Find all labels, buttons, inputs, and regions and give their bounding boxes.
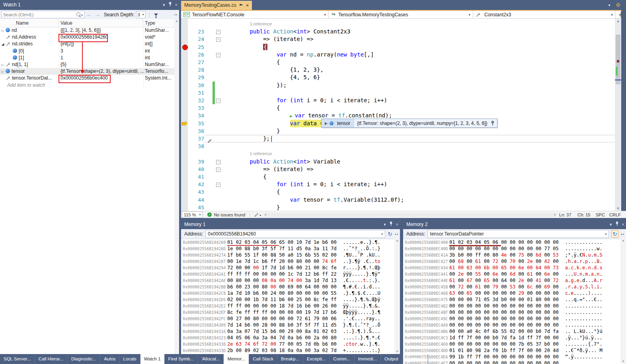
tool-window-tab[interactable]: Locals (120, 354, 140, 364)
datatip-tooltip[interactable]: ▶ tensor {tf.Tensor: shape=(2, 3), dtype… (321, 119, 497, 128)
line-number[interactable]: 31 (188, 89, 204, 97)
expand-icon[interactable]: ▷ (0, 27, 6, 34)
editor-vertical-scrollbar[interactable]: ▲ ▼ (615, 19, 621, 211)
toolbar-overflow-icon[interactable]: ▪▪ (395, 232, 398, 236)
tool-window-tab[interactable]: SQL Server... (0, 354, 35, 364)
code-line[interactable]: 25{ (181, 43, 615, 51)
code-line[interactable]: 38 (181, 142, 615, 150)
memory-row[interactable]: 0x000002556B1943097d 14 b6 00 28 00 88 b… (183, 321, 394, 328)
line-number[interactable]: 32 (188, 97, 204, 104)
tool-window-tab[interactable]: Autos (100, 354, 119, 364)
search-depth-select[interactable]: 3▾ (136, 11, 146, 18)
tool-window-tab[interactable]: Immedi... (355, 354, 381, 364)
memory-row[interactable]: 0x000002556B1942FC00 27 00 80 00 00 00 0… (183, 315, 394, 321)
memory-row[interactable]: 0x000002556B19429472 00 00 00 1f 7d 1d b… (183, 264, 394, 271)
code-line[interactable]: 37};| (181, 135, 615, 142)
pin-icon[interactable] (615, 220, 619, 229)
memory-row[interactable]: 0x000002556B19426001 02 03 04 05 06 65 0… (183, 239, 394, 245)
memory-row[interactable]: 0x000002556B0EC48F00 00 00 00 00 00 00 0… (405, 309, 620, 315)
line-ending-indicator[interactable]: CRLF (609, 212, 624, 217)
memory2-title-bar[interactable]: Memory 2 ▾ × (403, 220, 626, 229)
zoom-select[interactable]: 115 %▾ (182, 211, 203, 218)
line-number[interactable]: 23 (188, 28, 204, 35)
fold-collapse-box[interactable]: − (216, 30, 220, 34)
tool-window-tab[interactable]: Call Hierar... (35, 354, 68, 364)
code-line[interactable]: 24−=> (iterate) => (181, 35, 615, 43)
pin-icon[interactable] (389, 220, 393, 229)
code-line[interactable]: 40−=> (iterate) => (181, 165, 615, 173)
line-number[interactable]: 45 (188, 204, 204, 211)
memory-row[interactable]: 0x000002556B1942A1ff ff ff 00 00 00 00 1… (183, 271, 394, 277)
memory-row[interactable]: 0x000002556B0EC44E61 00 67 00 65 00 64 0… (405, 277, 620, 283)
memory-row[interactable]: 0x000002556B0EC44100 2e 00 55 00 6e 00 6… (405, 271, 620, 277)
expand-icon[interactable]: ▷ (0, 62, 6, 68)
line-number[interactable]: 25 (188, 43, 204, 51)
line-number[interactable]: 37 (188, 135, 204, 142)
tab-pin-icon[interactable] (239, 1, 243, 10)
memory-row[interactable]: 0x000002556B19432304 05 06 0a 3a 04 7d 0… (183, 334, 394, 341)
tool-window-tab[interactable]: Breakp... (277, 354, 303, 364)
memory-row[interactable]: 0x000002556B0EC4F700 00 00 00 00 00 00 0… (405, 360, 620, 364)
collapse-icon[interactable]: ◢ (0, 41, 6, 48)
watch-row[interactable]: ▷nd[1, 1]{5}NumShar... (0, 61, 174, 68)
pin-icon[interactable] (168, 0, 172, 10)
code-line[interactable]: 31 (181, 89, 615, 97)
memory-row[interactable]: 0x000002556B19428700 1e 7d 1c b6 ff 20 0… (183, 258, 394, 264)
memory-row[interactable]: 0x000002556B0EC4C31d ff 7f 00 00 b0 7d f… (405, 334, 620, 341)
memory-row[interactable]: 0x000002556B0EC46863 00 65 00 00 00 00 0… (405, 290, 620, 296)
window-position-icon[interactable]: ▾ (163, 0, 165, 10)
breakpoint-icon[interactable] (182, 45, 188, 50)
tool-window-tab[interactable]: Watch 1 (140, 354, 165, 364)
watch-row[interactable]: ▷nd{[[1, 2, 3], [4, 5, 6]]}NumShar... (0, 27, 174, 34)
code-area[interactable]: 1 reference23−public Action<int> Constan… (181, 19, 615, 211)
fold-collapse-box[interactable]: − (216, 37, 220, 42)
close-icon[interactable]: × (622, 220, 624, 229)
memory-row[interactable]: 0x000002556B1942AE00 80 00 00 08 0a 00 7… (183, 277, 394, 283)
line-number[interactable]: 28 (188, 66, 204, 74)
tool-window-tab[interactable]: Diagnostic... (68, 354, 100, 364)
line-number[interactable]: 38 (188, 142, 204, 150)
run-to-click-icon[interactable]: ▶ (290, 114, 295, 118)
search-next-icon[interactable]: → (95, 12, 100, 18)
line-number[interactable]: 41 (188, 173, 204, 181)
tool-window-tab[interactable]: Find Symb... (165, 354, 198, 364)
memory-row[interactable]: 0x000002556B0EC47500 00 00 71 05 3d b0 0… (405, 296, 620, 302)
column-header-value[interactable]: Value (59, 19, 143, 27)
scrollbar-thumb[interactable] (616, 35, 620, 84)
memory-row[interactable]: 0x000002556B0EC4EA99 1b ff 7f 00 00 00 0… (405, 353, 620, 360)
codelens-references[interactable]: 1 reference (250, 150, 272, 158)
memory-row[interactable]: 0x000002556B1943160a 3a 07 7d 15 b6 00 2… (183, 328, 394, 334)
code-line[interactable]: 44var tensor = tf.Variable(3112.0f); (181, 196, 615, 204)
memory-row[interactable]: 0x000002556B0EC4D000 00 00 00 00 00 00 0… (405, 341, 620, 347)
expand-icon[interactable]: ▷ (0, 68, 6, 75)
watch-row[interactable]: [1]1int (0, 55, 174, 61)
memory-row[interactable]: 0x000002556B0EC43461 00 63 00 6b 00 65 0… (405, 264, 620, 271)
code-line[interactable]: 30}); (181, 82, 615, 89)
memory-row[interactable]: 0x000002556B1942C81a 7d 10 b6 00 24 00 8… (183, 290, 394, 296)
code-line[interactable]: 26−var nd = np.array(new byte[,] (181, 51, 615, 58)
tool-window-tab[interactable]: Comm... (330, 354, 354, 364)
close-icon[interactable]: × (175, 0, 177, 10)
memory-row[interactable]: 0x000002556B0EC40001 02 03 04 05 06 00 0… (405, 239, 620, 245)
memory-row[interactable]: 0x000002556B1942EF8c fe ff ff ff 00 00 0… (183, 309, 394, 315)
memory1-scrollbar[interactable]: ▲▼ (394, 239, 400, 354)
type-dropdown[interactable]: Tensorflow.MemoryTestingCases▾ (329, 11, 473, 18)
memory2-address-input[interactable]: tensor.TensorDataPointer▾ (427, 230, 609, 238)
watch-filter-icon[interactable] (154, 14, 158, 16)
memory-row[interactable]: 0x000002556B0EC42700 68 00 61 00 72 00 7… (405, 258, 620, 264)
memory-row[interactable]: 0x000002556B0EC4B600 00 a0 4c 0f 6b 55 0… (405, 328, 620, 334)
line-number[interactable]: 40 (188, 165, 204, 173)
memory-row[interactable]: 0x000002556B0EC45B00 72 00 61 00 79 00 5… (405, 283, 620, 290)
line-indicator[interactable]: Ln: 37 (559, 212, 577, 217)
fold-collapse-box[interactable]: − (216, 160, 220, 164)
memory-row[interactable]: 0x000002556B1942D502 00 00 1b 7d 11 b6 0… (183, 296, 394, 302)
column-indicator[interactable]: Ch: 15 (577, 212, 596, 217)
line-number[interactable]: 33 (188, 104, 204, 112)
column-header-type[interactable]: Type (143, 19, 174, 27)
memory1-title-bar[interactable]: Memory 1 ▾ × (181, 220, 400, 229)
line-number[interactable]: 39 (188, 158, 204, 165)
memory-row[interactable]: 0x000002556B0EC41A3b b0 00 ff 00 80 4e 0… (405, 251, 620, 258)
gear-icon[interactable]: ⚙ (616, 2, 620, 8)
code-line[interactable]: 36} (181, 127, 615, 135)
memory-row[interactable]: 0x000002556B1942BBb6 00 23 00 80 00 00 6… (183, 283, 394, 290)
